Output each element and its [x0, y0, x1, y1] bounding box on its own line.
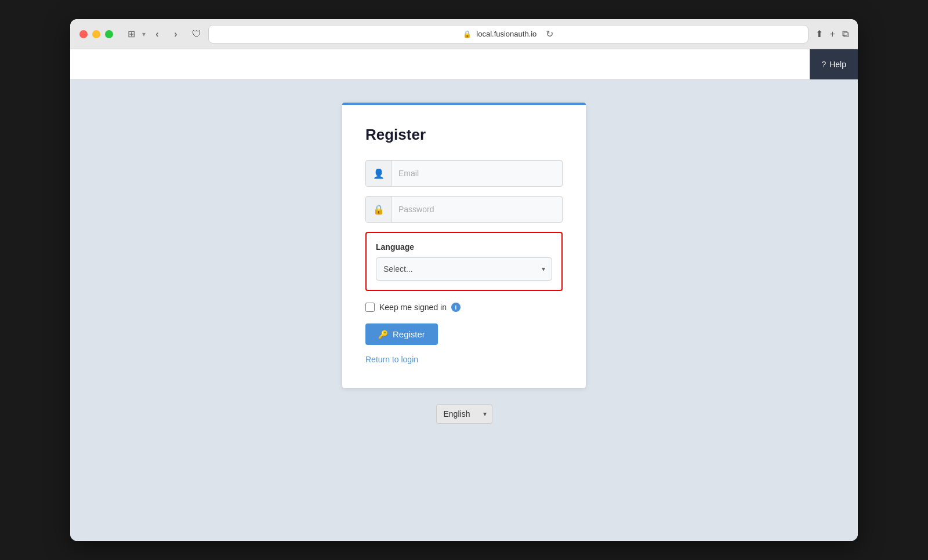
email-input-group: 👤 [365, 160, 563, 187]
info-icon[interactable]: i [451, 303, 461, 312]
language-label: Language [376, 242, 552, 252]
register-button[interactable]: 🔑 Register [365, 323, 438, 345]
help-label: Help [829, 60, 846, 69]
keep-signed-label: Keep me signed in [379, 303, 447, 312]
register-card: Register 👤 🔒 Language Select... English … [342, 103, 586, 388]
help-icon: ? [821, 60, 826, 69]
share-icon[interactable]: ⬆ [815, 28, 823, 39]
keep-signed-row: Keep me signed in i [365, 303, 563, 312]
language-select[interactable]: Select... English French German Spanish [376, 257, 552, 281]
sidebar-toggle-icon[interactable]: ⊞ [125, 29, 137, 39]
browser-actions: ⬆ + ⧉ [815, 28, 849, 39]
lock-field-icon: 🔒 [366, 197, 392, 222]
refresh-button[interactable]: ↻ [546, 28, 553, 39]
browser-chrome: ⊞ ▾ ‹ › 🛡 🔒 local.fusionauth.io ↻ ⬆ + ⧉ [70, 19, 858, 49]
shield-icon: 🛡 [192, 29, 201, 39]
email-input[interactable] [392, 161, 562, 186]
return-to-login-link[interactable]: Return to login [365, 355, 418, 364]
keep-signed-checkbox[interactable] [365, 303, 375, 312]
bottom-language-select[interactable]: English French German [436, 404, 492, 424]
bottom-lang-wrapper: English French German ▾ [436, 404, 492, 424]
forward-button[interactable]: › [169, 27, 183, 41]
language-select-wrapper: Select... English French German Spanish … [376, 257, 552, 281]
tabs-icon[interactable]: ⧉ [842, 29, 849, 39]
language-section: Language Select... English French German… [365, 232, 563, 291]
user-icon: 👤 [366, 161, 392, 186]
browser-window: ⊞ ▾ ‹ › 🛡 🔒 local.fusionauth.io ↻ ⬆ + ⧉ … [70, 19, 858, 541]
bottom-language-selector: English French German ▾ [436, 404, 492, 424]
password-input[interactable] [392, 197, 562, 222]
close-button[interactable] [79, 30, 88, 38]
password-input-group: 🔒 [365, 196, 563, 223]
new-tab-icon[interactable]: + [830, 29, 835, 39]
register-title: Register [365, 126, 563, 144]
traffic-lights [79, 30, 113, 38]
address-bar[interactable]: 🔒 local.fusionauth.io ↻ [208, 25, 809, 43]
browser-controls: ⊞ ▾ ‹ › [125, 27, 183, 41]
help-button[interactable]: ? Help [810, 49, 858, 79]
register-button-label: Register [393, 329, 425, 339]
lock-icon: 🔒 [463, 30, 472, 38]
main-content: Register 👤 🔒 Language Select... English … [70, 79, 858, 541]
register-button-icon: 🔑 [378, 330, 388, 339]
minimize-button[interactable] [92, 30, 100, 38]
maximize-button[interactable] [105, 30, 113, 38]
back-button[interactable]: ‹ [150, 27, 164, 41]
url-text: local.fusionauth.io [476, 30, 536, 38]
app-toolbar: ? Help [70, 49, 858, 79]
